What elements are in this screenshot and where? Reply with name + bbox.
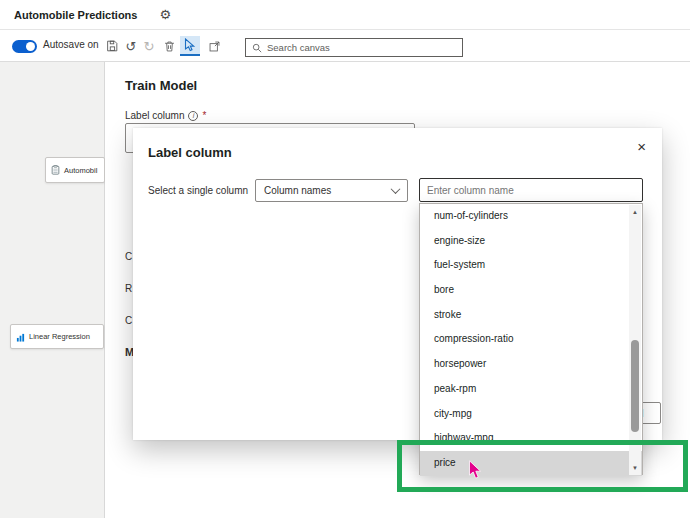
dataset-node[interactable]: Automobil (45, 157, 105, 183)
list-scrollbar[interactable]: ▲ ▼ (629, 205, 641, 475)
header: Automobile Predictions ⚙ (0, 0, 690, 30)
search-canvas-box (245, 38, 463, 57)
column-suggestion-list: num-of-cylinders engine-size fuel-system… (419, 203, 643, 475)
node-label: Linear Regression (29, 332, 90, 341)
column-option[interactable]: engine-size (420, 229, 642, 254)
linear-regression-node[interactable]: Linear Regression (10, 324, 104, 349)
gear-icon[interactable]: ⚙ (159, 8, 171, 21)
redo-icon: ↻ (144, 39, 155, 54)
required-asterisk: * (202, 110, 206, 121)
app-window: Automobile Predictions ⚙ Autosave on ↺ ↻ (0, 0, 690, 518)
column-option[interactable]: horsepower (420, 352, 642, 377)
info-icon[interactable]: i (188, 111, 198, 121)
field-label-text: Label column (125, 110, 184, 121)
save-button[interactable] (103, 37, 121, 55)
column-option[interactable]: highway-mpg (420, 426, 642, 451)
select-single-column-label: Select a single column (148, 185, 248, 196)
toolbar: Autosave on ↺ ↻ (0, 30, 690, 62)
panel-title: Train Model (125, 78, 197, 93)
save-icon (105, 39, 119, 53)
column-option[interactable]: stroke (420, 303, 642, 328)
redo-button[interactable]: ↻ (140, 37, 158, 55)
scroll-down-icon[interactable]: ▼ (629, 462, 641, 474)
search-icon (252, 39, 262, 57)
toggle-knob (26, 42, 35, 51)
undo-icon: ↺ (126, 39, 137, 54)
column-option[interactable]: peak-rpm (420, 377, 642, 402)
undo-button[interactable]: ↺ (122, 37, 140, 55)
clipped-label: C (125, 251, 132, 262)
node-label: Automobil (64, 166, 97, 175)
algorithm-icon (16, 328, 25, 346)
close-icon[interactable]: × (637, 139, 646, 154)
autosave-label: Autosave on (43, 39, 99, 50)
column-option[interactable]: compression-ratio (420, 327, 642, 352)
label-column-field-label: Label column i * (125, 110, 206, 121)
dataset-icon (51, 161, 60, 179)
trash-icon (163, 40, 176, 53)
column-option[interactable]: city-mpg (420, 402, 642, 427)
search-input[interactable] (267, 42, 456, 53)
clipped-label: C (125, 315, 132, 326)
delete-button[interactable] (160, 37, 178, 55)
autosave-toggle[interactable] (12, 40, 37, 53)
expand-view-button[interactable] (205, 37, 223, 55)
column-mode-dropdown[interactable]: Column names (255, 179, 408, 202)
page-title: Automobile Predictions (14, 9, 137, 21)
column-name-input[interactable] (419, 178, 643, 202)
pipeline-canvas[interactable]: Automobil Linear Regression (0, 62, 105, 518)
column-option-price[interactable]: price (420, 451, 642, 476)
dialog-title: Label column (148, 145, 232, 160)
dropdown-value: Column names (264, 185, 392, 196)
scrollbar-thumb[interactable] (631, 340, 639, 432)
column-option[interactable]: num-of-cylinders (420, 204, 642, 229)
clipped-label: R (125, 283, 132, 294)
column-option[interactable]: bore (420, 278, 642, 303)
pointer-tool-icon (184, 38, 196, 52)
expand-icon (208, 40, 221, 53)
column-option[interactable]: fuel-system (420, 253, 642, 278)
select-tool-button[interactable] (180, 36, 200, 56)
chevron-down-icon (391, 184, 401, 194)
scroll-up-icon[interactable]: ▲ (629, 206, 641, 218)
